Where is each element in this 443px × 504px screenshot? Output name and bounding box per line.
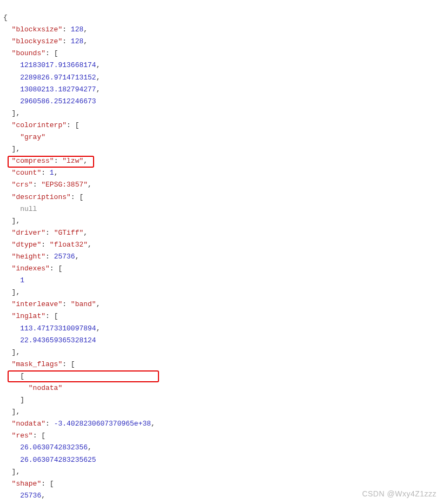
key-lnglat: "lnglat": [12, 312, 45, 320]
val-bounds-1: 2289826.9714713152: [20, 74, 96, 82]
key-blockxsize: "blockxsize": [12, 25, 63, 34]
json-code-block: { "blockxsize": 128, "blockysize": 128, …: [0, 0, 443, 504]
val-bounds-2: 13080213.182794277: [20, 85, 96, 94]
key-driver: "driver": [12, 229, 45, 237]
val-shape-0: 25736: [20, 492, 41, 500]
highlight-crs: [8, 156, 94, 168]
val-lnglat-0: 113.47173310097894: [20, 324, 96, 333]
highlight-nodata: [8, 370, 159, 382]
val-descriptions-0: null: [20, 205, 37, 213]
key-nodata: "nodata": [12, 420, 45, 428]
val-colorinterp-0: "gray": [20, 133, 45, 141]
key-shape: "shape": [12, 480, 42, 488]
val-lnglat-1: 22.943659365328124: [20, 336, 96, 344]
val-bounds-3: 2960586.2512246673: [20, 97, 96, 105]
key-indexes: "indexes": [12, 264, 50, 273]
key-blockysize: "blockysize": [12, 37, 63, 45]
val-dtype: "float32": [50, 241, 88, 249]
key-colorinterp: "colorinterp": [12, 121, 67, 129]
val-res-0: 26.0630742832356: [20, 443, 88, 452]
key-dtype: "dtype": [12, 241, 42, 249]
brace-open: {: [3, 14, 8, 22]
key-bounds: "bounds": [12, 49, 45, 57]
val-count: 1: [50, 169, 54, 177]
val-blockxsize: 128: [71, 25, 83, 34]
val-nodata: -3.4028230607370965e+38: [54, 420, 151, 428]
key-crs: "crs": [12, 181, 33, 189]
key-res: "res": [12, 432, 33, 440]
val-mask-flags-0: "nodata": [29, 384, 62, 392]
watermark-text: CSDN @Wxy4Z1zzz: [362, 488, 437, 501]
val-blockysize: 128: [71, 37, 83, 45]
key-height: "height": [12, 253, 45, 261]
val-crs: "EPSG:3857": [41, 181, 88, 189]
key-interleave: "interleave": [12, 300, 63, 308]
val-res-1: 26.063074283235625: [20, 456, 96, 464]
val-indexes-0: 1: [20, 276, 24, 284]
val-driver: "GTiff": [54, 229, 84, 237]
val-interleave: "band": [71, 300, 96, 308]
key-descriptions: "descriptions": [12, 193, 71, 201]
key-mask-flags: "mask_flags": [12, 360, 63, 368]
key-count: "count": [12, 169, 42, 177]
val-bounds-0: 12183017.913668174: [20, 61, 96, 69]
val-height: 25736: [54, 253, 75, 261]
